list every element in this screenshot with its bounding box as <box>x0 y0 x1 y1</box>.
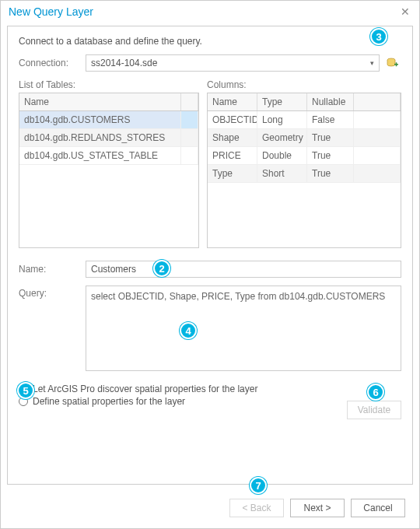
callout-2: 2 <box>153 260 170 277</box>
col-type: Short <box>257 165 307 182</box>
tables-caption: List of Tables: <box>19 79 199 90</box>
callout-5: 5 <box>17 382 34 399</box>
close-icon[interactable]: ✕ <box>399 5 411 18</box>
svg-rect-2 <box>396 62 397 66</box>
tables-header-name[interactable]: Name <box>19 93 181 110</box>
table-row[interactable]: db104.gdb.US_STATES_TABLE <box>19 147 198 165</box>
col-nullable: False <box>307 111 354 128</box>
name-value: Customers <box>91 264 136 275</box>
intro-text: Connect to a database and define the que… <box>19 36 401 47</box>
table-row[interactable]: OBJECTIDLongFalse <box>208 111 401 129</box>
col-nullable: True <box>307 147 354 164</box>
next-button[interactable]: Next > <box>290 499 345 517</box>
dialog-title: New Query Layer <box>9 5 93 18</box>
radio-discover-spatial[interactable]: Let ArcGIS Pro discover spatial properti… <box>19 384 401 394</box>
main-panel: Connect to a database and define the que… <box>7 26 413 485</box>
query-textarea[interactable]: select OBJECTID, Shape, PRICE, Type from… <box>86 286 401 371</box>
connection-dropdown[interactable]: ss2014-104.sde ▾ <box>86 54 380 72</box>
table-cell: db104.gdb.US_STATES_TABLE <box>19 147 181 164</box>
query-label: Query: <box>19 286 79 299</box>
columns-grid[interactable]: Name Type Nullable OBJECTIDLongFalseShap… <box>207 93 401 248</box>
col-name: OBJECTID <box>208 111 257 128</box>
connection-label: Connection: <box>19 58 79 68</box>
titlebar: New Query Layer ✕ <box>1 1 419 23</box>
connection-value: ss2014-104.sde <box>91 58 157 68</box>
chevron-down-icon: ▾ <box>370 59 374 67</box>
columns-header-type[interactable]: Type <box>257 93 307 110</box>
col-nullable: True <box>307 165 354 182</box>
query-value: select OBJECTID, Shape, PRICE, Type from… <box>91 291 385 302</box>
add-connection-button[interactable] <box>384 54 401 72</box>
columns-header-name[interactable]: Name <box>208 93 257 110</box>
database-icon <box>387 57 399 69</box>
dialog-footer: 7 < Back Next > Cancel <box>1 491 419 528</box>
callout-3: 3 <box>370 28 387 45</box>
col-nullable: True <box>307 129 354 146</box>
callout-4: 4 <box>180 322 197 339</box>
dialog-new-query-layer: New Query Layer ✕ Connect to a database … <box>0 0 420 529</box>
table-cell: db104.gdb.CUSTOMERS <box>19 111 181 128</box>
table-row[interactable]: TypeShortTrue <box>208 165 401 183</box>
col-name: Type <box>208 165 257 182</box>
columns-header-spacer <box>354 93 401 110</box>
table-cell: db104.gdb.REDLANDS_STORES <box>19 129 181 146</box>
back-button[interactable]: < Back <box>229 499 284 517</box>
table-row[interactable]: db104.gdb.REDLANDS_STORES <box>19 129 198 147</box>
name-label: Name: <box>19 264 79 275</box>
tables-grid[interactable]: Name db104.gdb.CUSTOMERSdb104.gdb.REDLAN… <box>19 93 199 248</box>
table-row[interactable]: PRICEDoubleTrue <box>208 147 401 165</box>
cancel-button[interactable]: Cancel <box>351 499 405 517</box>
col-name: Shape <box>208 129 257 146</box>
col-type: Long <box>257 111 307 128</box>
columns-caption: Columns: <box>207 79 401 90</box>
name-input[interactable]: Customers 2 <box>86 261 401 278</box>
table-row[interactable]: ShapeGeometryTrue <box>208 129 401 147</box>
radio-discover-label: Let ArcGIS Pro discover spatial properti… <box>33 384 257 394</box>
col-name: PRICE <box>208 147 257 164</box>
col-type: Geometry <box>257 129 307 146</box>
table-row[interactable]: db104.gdb.CUSTOMERS <box>19 111 198 129</box>
tables-header-spacer <box>181 93 198 110</box>
validate-button[interactable]: Validate <box>347 401 401 419</box>
col-type: Double <box>257 147 307 164</box>
callout-7: 7 <box>250 477 267 494</box>
callout-6: 6 <box>367 384 384 401</box>
columns-header-nullable[interactable]: Nullable <box>307 93 354 110</box>
